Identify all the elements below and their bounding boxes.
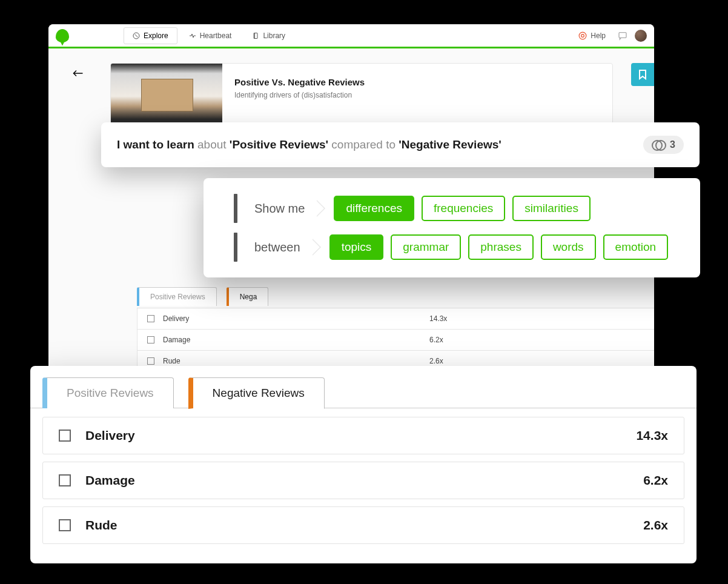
user-avatar[interactable] xyxy=(635,30,647,42)
nav-tab-label: Explore xyxy=(144,32,168,40)
header-area: Positive Vs. Negative Reviews Identifyin… xyxy=(48,48,654,128)
learn-bar: I want to learn about 'Positive Reviews'… xyxy=(101,122,700,167)
bg-tab-negative[interactable]: Nega xyxy=(227,287,269,306)
page-title: Positive Vs. Negative Reviews xyxy=(234,77,365,87)
nav-tab-explore[interactable]: Explore xyxy=(124,27,177,44)
nav-tab-label: Library xyxy=(263,32,285,40)
tab-negative-reviews[interactable]: Negative Reviews xyxy=(188,377,325,409)
lifesaver-icon xyxy=(578,32,587,40)
bg-rows: Delivery 14.3x Damage 6.2x Rude 2.6x xyxy=(137,308,654,372)
header-card: Positive Vs. Negative Reviews Identifyin… xyxy=(110,63,613,128)
results-tabs: Positive Reviews Negative Reviews xyxy=(30,366,697,408)
help-label: Help xyxy=(591,32,606,40)
checkbox[interactable] xyxy=(147,357,154,365)
qb-chips-measure: differences frequencies similarities xyxy=(334,196,591,221)
svg-point-5 xyxy=(581,34,584,37)
chip-frequencies[interactable]: frequencies xyxy=(422,196,505,221)
row-label: Rude xyxy=(85,518,643,533)
qb-prompt-showme: Show me xyxy=(245,197,314,221)
results-rows: Delivery 14.3x Damage 6.2x Rude 2.6x xyxy=(30,408,697,544)
svg-line-1 xyxy=(135,34,138,37)
qb-chips-dimension: topics grammar phrases words emotion xyxy=(329,234,669,260)
bg-tabs: Positive Reviews Nega xyxy=(137,287,268,306)
chip-differences[interactable]: differences xyxy=(334,196,414,221)
qb-marker xyxy=(234,233,237,262)
bg-tab-positive[interactable]: Positive Reviews xyxy=(137,287,217,306)
result-row[interactable]: Rude 2.6x xyxy=(42,506,684,544)
compass-icon xyxy=(133,32,140,39)
filter-count: 3 xyxy=(670,139,675,150)
row-label: Delivery xyxy=(85,428,636,443)
query-builder: Show me differences frequencies similari… xyxy=(204,178,700,277)
top-navbar: Explore Heartbeat Library Help xyxy=(48,24,654,48)
learn-text: I want to learn about 'Positive Reviews'… xyxy=(117,138,501,151)
qb-prompt-between: between xyxy=(245,236,310,259)
chip-words[interactable]: words xyxy=(541,234,596,260)
nav-tabs: Explore Heartbeat Library xyxy=(124,27,294,44)
tab-positive-reviews[interactable]: Positive Reviews xyxy=(42,377,174,408)
row-label: Damage xyxy=(85,473,643,488)
brand-logo[interactable] xyxy=(56,29,69,42)
chip-emotion[interactable]: emotion xyxy=(603,234,669,260)
row-value: 2.6x xyxy=(429,357,443,365)
chip-topics[interactable]: topics xyxy=(329,234,384,260)
help-button[interactable]: Help xyxy=(574,29,611,42)
checkbox[interactable] xyxy=(59,474,71,486)
checkbox[interactable] xyxy=(59,519,71,531)
row-value: 14.3x xyxy=(636,428,668,443)
header-image xyxy=(111,64,222,128)
row-label: Delivery xyxy=(163,314,429,323)
chip-grammar[interactable]: grammar xyxy=(391,234,461,260)
row-value: 6.2x xyxy=(643,473,668,488)
arrow-left-icon xyxy=(73,69,84,78)
qb-row-showme: Show me differences frequencies similari… xyxy=(234,194,682,223)
svg-rect-6 xyxy=(619,32,626,38)
chip-phrases[interactable]: phrases xyxy=(468,234,534,260)
result-row[interactable]: Damage 6.2x xyxy=(42,462,684,499)
nav-tab-library[interactable]: Library xyxy=(243,27,294,44)
row-label: Damage xyxy=(163,336,429,344)
bg-row[interactable]: Delivery 14.3x xyxy=(137,308,654,330)
qb-marker xyxy=(234,194,237,223)
book-icon xyxy=(252,32,259,39)
row-value: 14.3x xyxy=(429,314,447,323)
activity-icon xyxy=(189,32,196,39)
page-subtitle: Identifying drivers of (dis)satisfaction xyxy=(234,91,365,99)
qb-row-between: between topics grammar phrases words emo… xyxy=(234,233,682,262)
bookmark-icon xyxy=(638,69,647,80)
results-panel: Positive Reviews Negative Reviews Delive… xyxy=(30,366,697,563)
nav-tab-heartbeat[interactable]: Heartbeat xyxy=(180,27,241,44)
bookmark-button[interactable] xyxy=(631,63,654,86)
chip-similarities[interactable]: similarities xyxy=(512,196,591,221)
row-value: 6.2x xyxy=(429,336,443,344)
checkbox[interactable] xyxy=(147,315,154,322)
nav-tab-label: Heartbeat xyxy=(200,32,232,40)
chat-icon[interactable] xyxy=(618,31,627,41)
header-text: Positive Vs. Negative Reviews Identifyin… xyxy=(222,64,377,128)
result-row[interactable]: Delivery 14.3x xyxy=(42,417,684,454)
back-button[interactable] xyxy=(73,69,84,78)
svg-rect-2 xyxy=(254,33,257,38)
row-label: Rude xyxy=(163,357,429,365)
checkbox[interactable] xyxy=(59,430,71,442)
bg-row[interactable]: Damage 6.2x xyxy=(137,330,654,351)
filter-pill[interactable]: 3 xyxy=(643,136,684,154)
checkbox[interactable] xyxy=(147,336,154,343)
svg-point-4 xyxy=(579,32,586,39)
venn-icon xyxy=(652,140,665,150)
row-value: 2.6x xyxy=(643,518,668,533)
